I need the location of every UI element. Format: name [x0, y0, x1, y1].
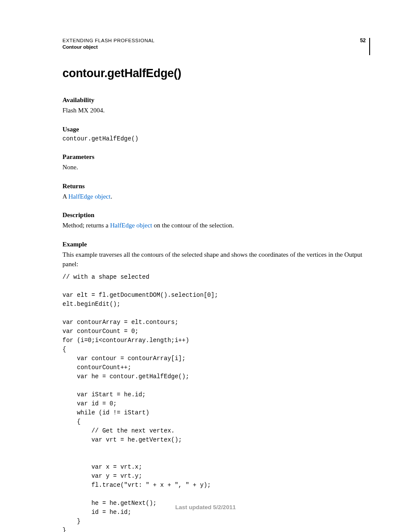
usage-section: Usage contour.getHalfEdge() — [62, 126, 368, 143]
usage-label: Usage — [62, 126, 368, 133]
example-text: This example traverses all the contours … — [62, 250, 368, 269]
footer-last-updated: Last updated 5/2/2011 — [0, 504, 411, 510]
availability-text: Flash MX 2004. — [62, 106, 368, 115]
example-label: Example — [62, 241, 368, 248]
parameters-section: Parameters None. — [62, 153, 368, 172]
parameters-text: None. — [62, 162, 368, 172]
halfedge-link-2[interactable]: HalfEdge object — [110, 222, 152, 229]
content-area: contour.getHalfEdge() Availability Flash… — [62, 67, 368, 532]
description-suffix: on the contour of the selection. — [152, 222, 234, 229]
example-section: Example This example traverses all the c… — [62, 241, 368, 532]
header-section-title: Contour object — [62, 44, 155, 50]
example-code-block: // with a shape selected var elt = fl.ge… — [62, 273, 368, 532]
description-label: Description — [62, 212, 368, 219]
availability-section: Availability Flash MX 2004. — [62, 96, 368, 115]
description-section: Description Method; returns a HalfEdge o… — [62, 212, 368, 230]
returns-section: Returns A HalfEdge object. — [62, 183, 368, 202]
returns-text: A HalfEdge object. — [62, 192, 368, 202]
page-title: contour.getHalfEdge() — [62, 67, 368, 80]
parameters-label: Parameters — [62, 153, 368, 161]
returns-suffix: . — [111, 193, 112, 200]
returns-prefix: A — [62, 193, 68, 200]
header-left: EXTENDING FLASH PROFESSIONAL Contour obj… — [62, 38, 155, 50]
header-document-title: EXTENDING FLASH PROFESSIONAL — [62, 38, 155, 43]
description-prefix: Method; returns a — [62, 222, 110, 229]
page-header: EXTENDING FLASH PROFESSIONAL Contour obj… — [62, 38, 370, 55]
usage-code: contour.getHalfEdge() — [62, 135, 368, 143]
page-number: 52 — [360, 38, 370, 55]
description-text: Method; returns a HalfEdge object on the… — [62, 221, 368, 230]
returns-label: Returns — [62, 183, 368, 190]
availability-label: Availability — [62, 96, 368, 104]
halfedge-link[interactable]: HalfEdge object — [68, 193, 111, 200]
